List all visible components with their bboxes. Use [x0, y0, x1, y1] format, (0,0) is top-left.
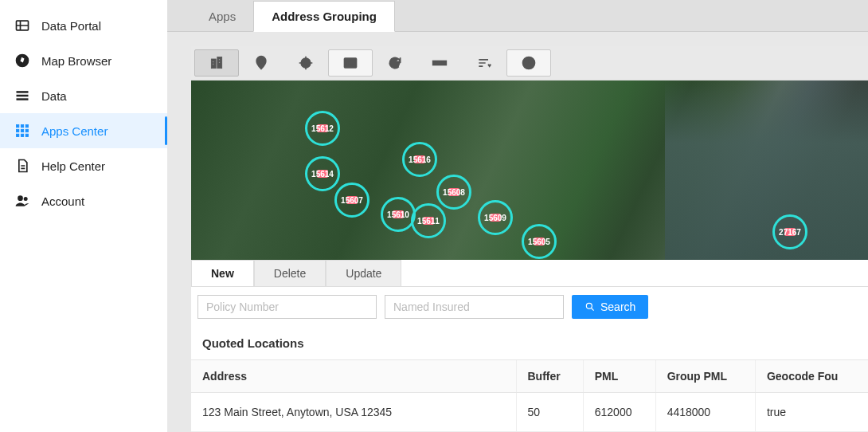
- col-geocode[interactable]: Geocode Fou: [755, 360, 868, 393]
- svg-rect-20: [219, 59, 221, 61]
- refresh-icon: [387, 55, 403, 71]
- svg-point-26: [348, 61, 352, 65]
- history-icon: [521, 55, 537, 71]
- grid-icon: [14, 123, 30, 139]
- action-update[interactable]: Update: [326, 260, 401, 286]
- svg-rect-18: [213, 61, 214, 63]
- svg-rect-3: [17, 95, 29, 97]
- locate-icon: [298, 55, 314, 71]
- cell-pml: 612000: [583, 393, 655, 432]
- table-row[interactable]: 123 Main Street, Anytown, USA 12345 50 6…: [191, 393, 868, 432]
- cell-group-pml: 4418000: [655, 393, 755, 432]
- quoted-locations-table: Address Buffer PML Group PML Geocode Fou…: [191, 359, 868, 432]
- nav-map-browser[interactable]: Map Browser: [0, 43, 167, 78]
- tool-ruler[interactable]: [417, 49, 462, 77]
- tool-history[interactable]: [506, 49, 551, 77]
- nav-help-center[interactable]: Help Center: [0, 148, 167, 183]
- content-panel: 1561215616156141560715608156101561115609…: [191, 46, 868, 432]
- svg-rect-2: [17, 91, 29, 93]
- nav-label: Account: [41, 194, 84, 208]
- col-pml[interactable]: PML: [583, 360, 655, 393]
- people-icon: [14, 193, 30, 209]
- map-toolbar: [191, 46, 868, 81]
- svg-rect-5: [17, 125, 19, 128]
- svg-rect-12: [21, 134, 23, 136]
- nav-account[interactable]: Account: [0, 183, 167, 218]
- policy-number-input[interactable]: [197, 295, 377, 319]
- svg-rect-19: [213, 64, 214, 65]
- col-buffer[interactable]: Buffer: [516, 360, 583, 393]
- map-marker[interactable]: 15608: [436, 175, 471, 210]
- nav-data[interactable]: Data: [0, 78, 167, 113]
- svg-rect-9: [21, 129, 23, 132]
- nav-data-portal[interactable]: Data Portal: [0, 8, 167, 43]
- col-address[interactable]: Address: [191, 360, 516, 393]
- svg-rect-10: [25, 129, 28, 132]
- nav-label: Help Center: [41, 159, 105, 173]
- svg-rect-4: [17, 98, 29, 100]
- svg-rect-7: [25, 125, 28, 128]
- map-portal-icon: [14, 18, 30, 33]
- compass-icon: [14, 53, 30, 69]
- map-marker[interactable]: 15611: [411, 203, 446, 238]
- tab-apps[interactable]: Apps: [191, 2, 253, 31]
- named-insured-input[interactable]: [385, 295, 564, 319]
- map-marker[interactable]: 15612: [305, 111, 340, 146]
- ruler-icon: [432, 55, 448, 71]
- search-button[interactable]: Search: [572, 295, 648, 319]
- cell-geocode: true: [755, 393, 868, 432]
- map-marker[interactable]: 27167: [772, 214, 807, 249]
- map-marker[interactable]: 15605: [522, 224, 557, 259]
- map-marker[interactable]: 15610: [381, 197, 416, 232]
- map-marker[interactable]: 15607: [334, 183, 369, 218]
- svg-rect-8: [17, 129, 19, 132]
- sort-icon: [476, 55, 492, 71]
- main-area: Apps Address Grouping: [167, 0, 868, 432]
- map-view[interactable]: 1561215616156141560715608156101561115609…: [191, 81, 868, 260]
- search-box-icon: [342, 55, 358, 71]
- doc-icon: [14, 158, 30, 174]
- action-new[interactable]: New: [191, 260, 254, 286]
- quoted-locations-title: Quoted Locations: [191, 327, 868, 359]
- svg-rect-13: [25, 134, 28, 136]
- action-delete[interactable]: Delete: [254, 260, 326, 286]
- map-marker[interactable]: 15609: [478, 200, 513, 235]
- tool-pin[interactable]: [239, 49, 283, 77]
- map-marker[interactable]: 15614: [305, 156, 340, 191]
- sidebar: Data Portal Map Browser Data Apps Center…: [0, 0, 167, 432]
- tabs-bar: Apps Address Grouping: [167, 0, 868, 32]
- buildings-icon: [209, 55, 225, 71]
- search-row: Search: [191, 287, 868, 327]
- nav-label: Data Portal: [41, 19, 101, 33]
- nav-label: Map Browser: [41, 54, 111, 68]
- tool-search-box[interactable]: [328, 49, 373, 77]
- tab-address-grouping[interactable]: Address Grouping: [253, 1, 395, 32]
- svg-rect-11: [17, 134, 19, 136]
- svg-rect-6: [21, 125, 23, 128]
- svg-point-24: [305, 62, 307, 64]
- list-icon: [14, 88, 30, 104]
- svg-point-29: [586, 303, 592, 308]
- nav-label: Apps Center: [41, 124, 108, 138]
- svg-rect-21: [219, 61, 221, 63]
- nav-label: Data: [41, 89, 67, 103]
- tool-sort[interactable]: [462, 49, 506, 77]
- svg-point-15: [24, 197, 28, 201]
- tool-locate[interactable]: [283, 49, 328, 77]
- map-marker[interactable]: 15616: [402, 142, 437, 177]
- svg-point-22: [260, 59, 263, 62]
- nav-apps-center[interactable]: Apps Center: [0, 113, 167, 148]
- svg-point-14: [18, 195, 23, 201]
- search-icon: [585, 301, 596, 312]
- col-group-pml[interactable]: Group PML: [655, 360, 755, 393]
- cell-address: 123 Main Street, Anytown, USA 12345: [191, 393, 516, 432]
- cell-buffer: 50: [516, 393, 583, 432]
- pin-icon: [253, 55, 269, 71]
- tool-refresh[interactable]: [373, 49, 417, 77]
- action-tabs: New Delete Update: [191, 260, 868, 287]
- tool-buildings[interactable]: [194, 49, 239, 77]
- search-button-label: Search: [600, 300, 635, 313]
